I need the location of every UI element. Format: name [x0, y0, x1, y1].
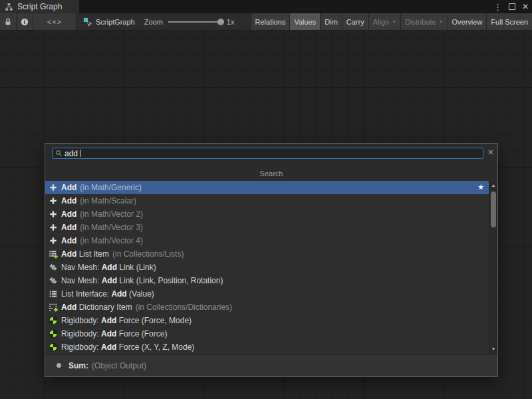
info-button[interactable]	[17, 13, 33, 30]
list-item-label: Rigidbody: Add Force (X, Y, Z, Mode)	[61, 343, 194, 351]
scroll-down-icon[interactable]: ▼	[489, 346, 497, 352]
tab-script-graph[interactable]: Script Graph	[0, 0, 79, 13]
list-item-label: Add(in Math/Scalar)	[61, 197, 136, 205]
toolbar-button-label: Align	[373, 18, 389, 26]
list-item-label: Add Dictionary Item(in Collections/Dicti…	[61, 303, 232, 311]
plus-icon	[49, 183, 59, 193]
tab-label: Script Graph	[17, 2, 62, 11]
fuzzy-finder-panel: add ✕ Search Add(in Math/Generic)★Add(in…	[45, 143, 498, 377]
finder-list: Add(in Math/Generic)★Add(in Math/Scalar)…	[45, 181, 489, 354]
clear-search-icon[interactable]: ✕	[487, 148, 494, 156]
toolbar-button-values[interactable]: Values	[289, 13, 320, 30]
graph-hierarchy-icon	[5, 3, 13, 11]
plus-icon	[49, 223, 59, 233]
rigidbody-icon	[49, 342, 59, 352]
graph-name-label: ScriptGraph	[96, 18, 135, 26]
list-item[interactable]: List Interface: Add (Value)	[45, 287, 489, 301]
graph-breadcrumb: ScriptGraph	[83, 13, 135, 30]
maximize-icon[interactable]	[509, 3, 515, 10]
toolbar-button-label: Values	[294, 18, 316, 26]
code-icon: <×>	[47, 18, 62, 26]
list-item[interactable]: Rigidbody: Add Force (Force, Mode)	[45, 314, 489, 327]
scrollbar[interactable]: ▲ ▼	[489, 181, 497, 354]
zoom-label: Zoom	[144, 18, 163, 26]
list-item-label: Nav Mesh: Add Link (Link, Position, Rota…	[61, 277, 223, 285]
plus-icon	[49, 196, 59, 206]
list-item-label: Nav Mesh: Add Link (Link)	[61, 263, 156, 271]
rigidbody-icon	[49, 329, 59, 339]
close-icon[interactable]: ✕	[522, 3, 529, 11]
lock-icon	[3, 17, 13, 27]
list-item-label: Add List Item(in Collections/Lists)	[61, 250, 184, 258]
window-title-bar: Script Graph ⋮ ✕	[0, 0, 532, 13]
list-item-label: Rigidbody: Add Force (Force, Mode)	[61, 317, 192, 325]
list-item-label: List Interface: Add (Value)	[61, 290, 154, 298]
list-item[interactable]: Add Dictionary Item(in Collections/Dicti…	[45, 301, 489, 314]
favorite-star-icon[interactable]: ★	[477, 183, 484, 192]
graph-toolbar: <×> ScriptGraph Zoom 1x RelationsValuesD…	[0, 13, 532, 31]
list-item-label: Add(in Math/Vector 3)	[61, 223, 143, 231]
plus-icon	[49, 236, 59, 246]
list-icon	[49, 289, 59, 299]
dot-icon	[57, 363, 61, 368]
toolbar-button-dim[interactable]: Dim	[320, 13, 342, 30]
zoom-value: 1x	[227, 18, 235, 26]
toolbar-button-label: Dim	[325, 18, 338, 26]
chevron-down-icon: ▼	[392, 19, 396, 24]
chevron-down-icon: ▼	[439, 19, 444, 24]
search-input-value: add	[65, 150, 78, 158]
info-icon	[20, 17, 29, 27]
list-item[interactable]: Add(in Math/Vector 4)	[45, 234, 489, 247]
toolbar-button-overview[interactable]: Overview	[448, 13, 487, 30]
list-item-label: Rigidbody: Add Force (Force)	[61, 330, 167, 338]
list-item[interactable]: Nav Mesh: Add Link (Link, Position, Rota…	[45, 274, 489, 287]
list-item-label: Add(in Math/Vector 2)	[61, 210, 143, 218]
toolbar-button-distribute[interactable]: Distribute▼	[400, 13, 447, 30]
kebab-menu-icon[interactable]: ⋮	[493, 3, 502, 11]
toolbar-button-label: Relations	[255, 18, 286, 26]
list-item[interactable]: Add(in Math/Scalar)	[45, 194, 489, 207]
list-item[interactable]: Add(in Math/Vector 2)	[45, 207, 489, 221]
lock-button[interactable]	[0, 13, 17, 30]
search-icon	[55, 150, 63, 157]
text-caret	[80, 150, 80, 157]
list-item[interactable]: Add List Item(in Collections/Lists)	[45, 247, 489, 261]
footer-port-type: (Object Output)	[92, 361, 146, 370]
toolbar-button-label: Distribute	[405, 18, 436, 26]
scroll-up-icon[interactable]: ▲	[489, 182, 497, 189]
list-item[interactable]: Rigidbody: Add Force (X, Y, Z, Mode)	[45, 340, 489, 354]
window-controls: ⋮ ✕	[493, 0, 529, 13]
zoom-slider[interactable]	[168, 21, 221, 23]
search-input[interactable]: add	[52, 148, 483, 159]
scrollbar-thumb[interactable]	[491, 192, 496, 227]
script-graph-icon	[83, 17, 92, 27]
nav-mesh-icon	[49, 276, 59, 286]
list-item[interactable]: Add(in Math/Generic)★	[45, 181, 489, 194]
footer-port-name: Sum:	[68, 361, 88, 370]
nav-mesh-icon	[49, 263, 59, 273]
list-add-icon	[49, 249, 59, 259]
code-view-button[interactable]: <×>	[33, 13, 76, 30]
list-item[interactable]: Nav Mesh: Add Link (Link)	[45, 261, 489, 274]
toolbar-buttons: RelationsValuesDimCarryAlign▼Distribute▼…	[251, 13, 532, 30]
list-item-label: Add(in Math/Generic)	[61, 184, 142, 192]
toolbar-button-label: Full Screen	[491, 18, 528, 26]
rigidbody-icon	[49, 316, 59, 326]
search-section-header: Search	[45, 170, 497, 178]
zoom-slider-handle[interactable]	[217, 19, 224, 25]
list-item-label: Add(in Math/Vector 4)	[61, 237, 143, 245]
toolbar-button-label: Carry	[346, 18, 364, 26]
dictionary-add-icon	[49, 303, 59, 313]
toolbar-button-label: Overview	[452, 18, 483, 26]
toolbar-button-carry[interactable]: Carry	[342, 13, 368, 30]
toolbar-button-relations[interactable]: Relations	[251, 13, 290, 30]
plus-icon	[49, 209, 59, 219]
finder-footer: Sum: (Object Output)	[45, 354, 497, 376]
list-item[interactable]: Rigidbody: Add Force (Force)	[45, 327, 489, 340]
zoom-control: Zoom 1x	[144, 13, 235, 30]
toolbar-button-full-screen[interactable]: Full Screen	[486, 13, 532, 30]
list-item[interactable]: Add(in Math/Vector 3)	[45, 221, 489, 234]
toolbar-button-align[interactable]: Align▼	[368, 13, 400, 30]
